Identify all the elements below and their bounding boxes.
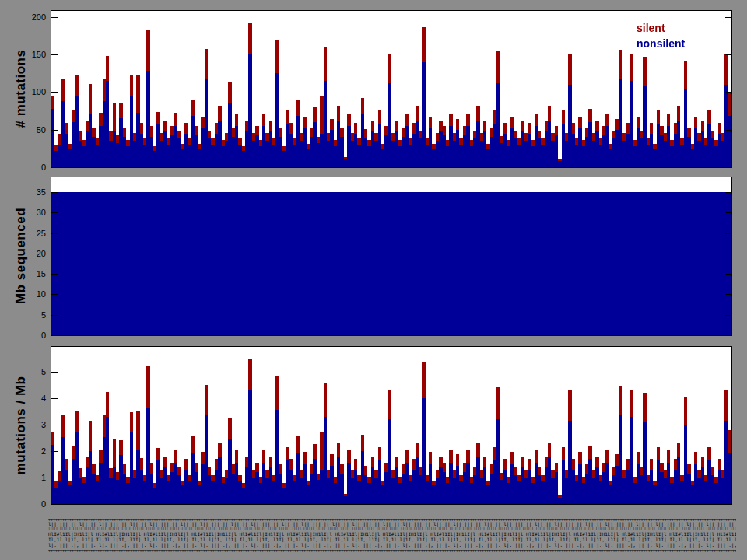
legend-label-nonsilent: nonsilent	[637, 37, 685, 50]
x-axis-sample-labels-strip: ┬┬┬┬┬┬┬┬┬┬┬┬┬┬┬┬┬┬┬┬┬┬┬┬┬┬┬┬┬┬┬┬┬┬┬┬┬┬┬┬…	[48, 516, 736, 552]
sample-labels-row: l|. ||| .|, || |. l|. ||| .|, || |. l|. …	[48, 542, 736, 548]
y-tick-label: 4	[0, 394, 46, 403]
y-tick-label: 50	[0, 125, 46, 135]
y-tick-label: 0	[0, 499, 46, 509]
legend-label-silent: silent	[637, 22, 665, 34]
y-tick-label: 5	[0, 310, 46, 320]
sample-labels-row: Il,1l.l|1I,.l1I| Il,1l.l|1I,.l1I| Il,1l.…	[48, 537, 736, 542]
y-tick-label: 10	[0, 289, 46, 299]
panel-mutation-rate	[51, 346, 732, 505]
mutations-bars-canvas	[51, 11, 731, 167]
panel-num-mutations	[51, 10, 732, 168]
sample-labels-row: ┬┬┬┬┬┬┬┬┬┬┬┬┬┬┬┬┬┬┬┬┬┬┬┬┬┬┬┬┬┬┬┬┬┬┬┬┬┬┬┬…	[48, 548, 736, 552]
y-tick-label: 2	[0, 446, 46, 456]
y-tick-label: 25	[0, 229, 46, 238]
y-tick-label: 35	[0, 187, 46, 197]
sample-labels-row: l|| ||| || l|| || l|| ||| || l|| || l|| …	[48, 521, 736, 527]
y-tick-label: 20	[0, 249, 46, 258]
y-tick-label: 1	[0, 473, 46, 482]
panel-mb-sequenced	[51, 177, 732, 336]
mb-sequenced-bars-canvas	[51, 177, 731, 335]
legend-item-nonsilent: nonsilent	[637, 36, 685, 51]
y-tick-label: 150	[0, 50, 46, 59]
sample-labels-row: HlI#l1Il|IH1lI|l HlI#l1Il|IH1lI|l HlI#l1…	[48, 531, 736, 537]
figure-canvas: # mutations Mb sequenced mutations / Mb …	[0, 0, 747, 560]
y-tick-label: 0	[0, 163, 46, 172]
y-tick-label: 0	[0, 331, 46, 340]
y-tick-label: 15	[0, 269, 46, 278]
y-tick-label: 5	[0, 367, 46, 376]
y-tick-label: 100	[0, 87, 46, 96]
y-tick-label: 200	[0, 12, 46, 22]
mutation-rate-bars-canvas	[51, 347, 731, 504]
y-tick-label: 3	[0, 420, 46, 429]
legend: silent nonsilent	[637, 20, 685, 51]
y-tick-label: 30	[0, 208, 46, 217]
legend-item-silent: silent	[637, 20, 685, 36]
